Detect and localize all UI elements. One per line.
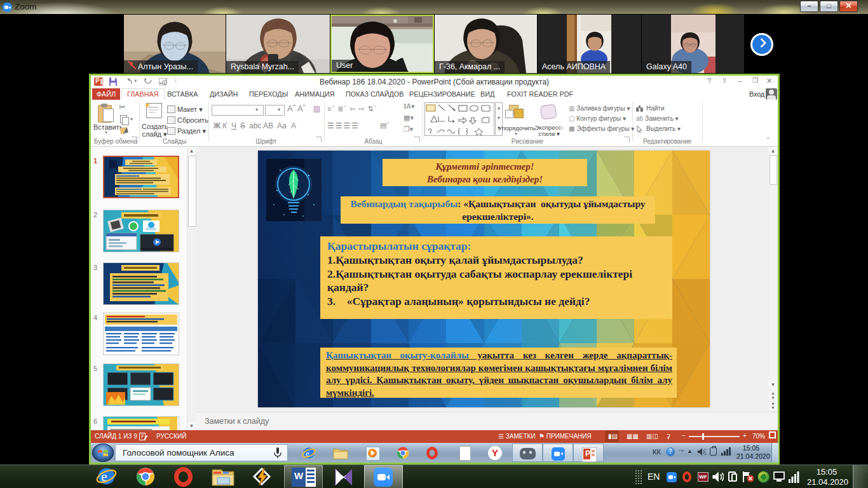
svg-text:e: e: [306, 449, 309, 458]
svg-text:e: e: [101, 469, 107, 484]
svg-text:Skype: Skype: [146, 227, 156, 231]
